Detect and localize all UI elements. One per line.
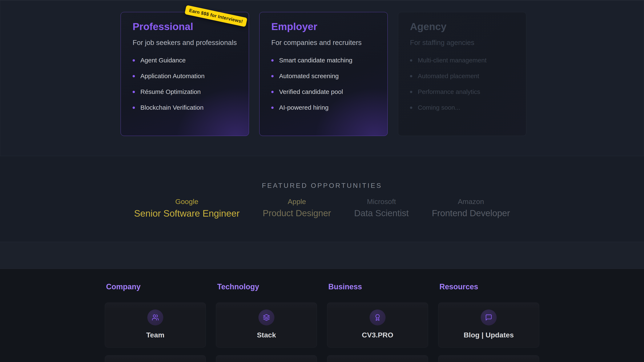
job-title: Data Scientist xyxy=(354,208,409,218)
footer-column-resources: Resources Blog | Updates xyxy=(438,269,539,362)
bullet-dot xyxy=(132,91,135,93)
footer-column-technology: Technology Stack xyxy=(216,269,317,362)
plan-feature: Agent Guidance xyxy=(132,57,237,64)
plan-feature: Résumé Optimization xyxy=(132,88,237,95)
footer-card-label: Stack xyxy=(216,331,317,339)
footer-column-heading: Business xyxy=(328,282,428,291)
job-title: Frontend Developer xyxy=(432,208,510,218)
plan-feature-label: Multi-client management xyxy=(418,57,486,64)
footer-column-company: Company Team xyxy=(105,269,206,362)
footer-card-partial[interactable] xyxy=(327,355,428,362)
bullet-dot xyxy=(271,75,274,77)
plan-card-agency: Agency For staffing agencies Multi-clien… xyxy=(398,12,526,136)
footer-card-partial[interactable] xyxy=(438,355,539,362)
layers-icon xyxy=(263,314,270,321)
footer-card-partial[interactable] xyxy=(105,355,206,362)
featured-jobs-row: Google Senior Software Engineer Apple Pr… xyxy=(0,197,644,219)
plan-feature: Coming soon... xyxy=(410,104,514,111)
plan-card-employer[interactable]: Employer For companies and recruiters Sm… xyxy=(259,12,388,136)
plan-feature-list: Multi-client management Automated placem… xyxy=(410,57,514,111)
job-item-microsoft[interactable]: Microsoft Data Scientist xyxy=(354,197,409,219)
plan-feature: Automated placement xyxy=(410,72,514,80)
bullet-dot xyxy=(410,107,412,109)
pricing-landing-page: Earn $$$ for Interviews! Professional Fo… xyxy=(0,0,644,362)
footer-column-heading: Technology xyxy=(217,282,317,291)
plan-cards-row: Professional For job seekers and profess… xyxy=(120,12,526,136)
footer: Company Team Technology xyxy=(0,269,644,362)
footer-card-team[interactable]: Team xyxy=(105,303,206,348)
plan-feature-label: Agent Guidance xyxy=(140,57,186,64)
plan-subtitle: For companies and recruiters xyxy=(271,38,376,47)
plan-feature: AI-powered hiring xyxy=(271,104,376,111)
plan-feature-label: Smart candidate matching xyxy=(279,57,352,64)
bullet-dot xyxy=(410,59,412,62)
footer-grid: Company Team Technology xyxy=(105,269,539,362)
featured-heading: FEATURED OPPORTUNITIES xyxy=(0,156,644,189)
job-item-google[interactable]: Google Senior Software Engineer xyxy=(134,197,240,219)
plan-feature-label: Blockchain Verification xyxy=(140,104,204,111)
bullet-dot xyxy=(132,59,135,62)
plan-feature: Application Automation xyxy=(132,72,237,80)
icon-circle xyxy=(370,310,386,326)
plan-feature-label: AI-powered hiring xyxy=(279,104,328,111)
footer-card-label: CV3.PRO xyxy=(327,331,428,339)
job-item-amazon[interactable]: Amazon Frontend Developer xyxy=(432,197,510,219)
job-company: Google xyxy=(134,197,240,206)
job-title: Senior Software Engineer xyxy=(134,208,240,219)
bullet-dot xyxy=(271,91,274,93)
plan-feature-label: Coming soon... xyxy=(418,104,460,111)
plan-feature-label: Automated screening xyxy=(279,72,339,80)
job-company: Apple xyxy=(263,197,331,206)
plan-title: Employer xyxy=(271,20,376,33)
bullet-dot xyxy=(132,107,135,109)
bullet-dot xyxy=(271,59,274,62)
bullet-dot xyxy=(271,107,274,109)
footer-column-heading: Company xyxy=(106,282,206,291)
footer-card-stack[interactable]: Stack xyxy=(216,303,317,348)
footer-card-blog[interactable]: Blog | Updates xyxy=(438,303,539,348)
plan-feature-label: Résumé Optimization xyxy=(140,88,201,95)
footer-column-heading: Resources xyxy=(440,282,539,291)
message-icon xyxy=(485,314,492,321)
plan-feature: Smart candidate matching xyxy=(271,57,376,64)
plan-subtitle: For staffing agencies xyxy=(410,38,514,47)
job-company: Amazon xyxy=(432,197,510,206)
plan-feature-list: Agent Guidance Application Automation Ré… xyxy=(132,57,237,111)
plan-feature: Automated screening xyxy=(271,72,376,80)
plan-card-professional[interactable]: Professional For job seekers and profess… xyxy=(120,12,249,136)
icon-circle xyxy=(481,310,497,326)
plan-feature-list: Smart candidate matching Automated scree… xyxy=(271,57,376,111)
award-icon xyxy=(374,314,381,321)
footer-column-business: Business CV3.PRO xyxy=(327,269,428,362)
plan-feature: Performance analytics xyxy=(410,88,514,95)
plan-feature-label: Automated placement xyxy=(418,72,479,80)
job-company: Microsoft xyxy=(354,197,409,206)
divider-band xyxy=(0,242,644,269)
footer-card-partial[interactable] xyxy=(216,355,317,362)
footer-card-cv3pro[interactable]: CV3.PRO xyxy=(327,303,428,348)
plan-feature: Multi-client management xyxy=(410,57,514,64)
bullet-dot xyxy=(410,91,412,93)
bullet-dot xyxy=(410,75,412,77)
plan-feature: Blockchain Verification xyxy=(132,104,237,111)
plan-subtitle: For job seekers and professionals xyxy=(132,38,237,47)
plan-feature: Verified candidate pool xyxy=(271,88,376,95)
job-item-apple[interactable]: Apple Product Designer xyxy=(263,197,331,219)
icon-circle xyxy=(147,310,163,326)
plan-title: Professional xyxy=(132,20,237,33)
featured-opportunities-section: FEATURED OPPORTUNITIES Google Senior Sof… xyxy=(0,156,644,242)
plan-title: Agency xyxy=(410,20,514,33)
plan-feature-label: Application Automation xyxy=(140,72,204,80)
icon-circle xyxy=(258,310,274,326)
footer-card-label: Blog | Updates xyxy=(438,331,539,339)
users-icon xyxy=(152,314,159,321)
bullet-dot xyxy=(132,75,135,77)
plan-feature-label: Verified candidate pool xyxy=(279,88,343,95)
plans-section: Earn $$$ for Interviews! Professional Fo… xyxy=(0,0,644,156)
plan-feature-label: Performance analytics xyxy=(418,88,480,95)
footer-card-label: Team xyxy=(105,331,206,339)
job-title: Product Designer xyxy=(263,208,331,218)
